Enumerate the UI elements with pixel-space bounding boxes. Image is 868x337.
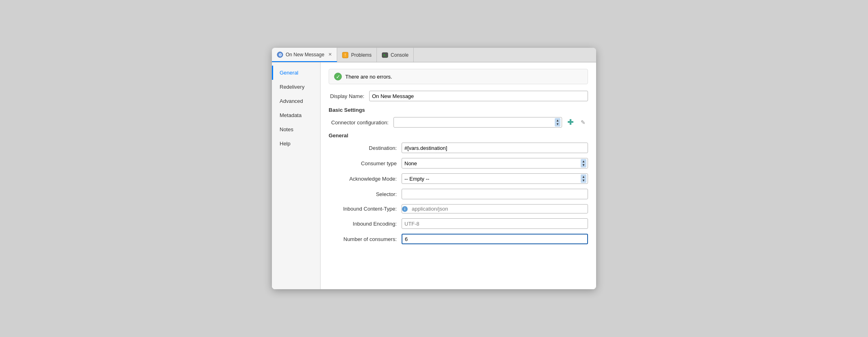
display-name-label: Display Name: <box>329 93 369 99</box>
main-layout: General Redelivery Advanced Metadata Not… <box>272 62 596 289</box>
add-connector-button[interactable]: ✚ <box>565 117 575 127</box>
num-consumers-row: Number of consumers: <box>329 234 588 244</box>
display-name-input[interactable] <box>369 91 588 101</box>
connector-config-select[interactable] <box>393 117 562 128</box>
consumer-type-label: Consumer type <box>329 160 402 166</box>
tab-close-button[interactable]: ✕ <box>328 52 332 57</box>
num-consumers-input[interactable] <box>402 234 588 244</box>
tab-problems[interactable]: ! Problems <box>337 48 377 62</box>
status-bar: ✓ There are no errors. <box>329 69 588 84</box>
consumer-type-select[interactable]: None Topic Queue <box>402 158 588 168</box>
problems-icon: ! <box>342 52 348 58</box>
connector-config-row: Connector configuration: ▲ ▼ ✚ <box>329 117 588 128</box>
sidebar-item-help[interactable]: Help <box>272 137 320 151</box>
svg-text:⚙: ⚙ <box>278 53 282 57</box>
sidebar: General Redelivery Advanced Metadata Not… <box>272 62 321 289</box>
inbound-encoding-row: Inbound Encoding: <box>329 218 588 229</box>
sidebar-item-metadata[interactable]: Metadata <box>272 108 320 122</box>
edit-icon: ✎ <box>581 119 586 126</box>
svg-text:!: ! <box>345 53 346 58</box>
destination-label: Destination: <box>329 145 402 151</box>
success-icon: ✓ <box>334 73 342 81</box>
content-area: ✓ There are no errors. Display Name: Bas… <box>321 62 596 289</box>
connector-config-select-wrapper: ▲ ▼ <box>393 117 562 128</box>
general-section-title: General <box>329 132 588 139</box>
tab-console-label: Console <box>391 52 408 58</box>
inbound-encoding-input[interactable] <box>402 218 588 229</box>
destination-row: Destination: <box>329 143 588 153</box>
sidebar-item-advanced[interactable]: Advanced <box>272 94 320 108</box>
selector-input[interactable] <box>402 189 588 199</box>
acknowledge-mode-label: Acknowledge Mode: <box>329 176 402 182</box>
selector-label: Selector: <box>329 191 402 197</box>
main-window: ⚙ On New Message ✕ ! Problems >_ Console… <box>272 48 596 289</box>
consumer-type-select-wrapper: None Topic Queue ▲ ▼ <box>402 158 588 168</box>
sidebar-item-notes[interactable]: Notes <box>272 122 320 137</box>
sidebar-item-redelivery[interactable]: Redelivery <box>272 80 320 94</box>
edit-connector-button[interactable]: ✎ <box>578 117 588 127</box>
svg-text:>_: >_ <box>383 53 387 57</box>
plus-icon: ✚ <box>567 118 573 127</box>
tab-bar: ⚙ On New Message ✕ ! Problems >_ Console <box>272 48 596 62</box>
destination-input[interactable] <box>402 143 588 153</box>
inbound-content-type-wrapper: i <box>402 204 588 213</box>
inbound-info-icon: i <box>402 206 408 212</box>
tab-problems-label: Problems <box>351 52 372 58</box>
acknowledge-mode-row: Acknowledge Mode: -- Empty -- AUTO MANUA… <box>329 173 588 184</box>
display-name-row: Display Name: <box>329 91 588 101</box>
inbound-encoding-label: Inbound Encoding: <box>329 221 402 227</box>
consumer-type-row: Consumer type None Topic Queue ▲ ▼ <box>329 158 588 168</box>
inbound-content-type-label: Inbound Content-Type: <box>329 206 402 212</box>
svg-text:✓: ✓ <box>336 74 340 80</box>
console-icon: >_ <box>382 52 388 58</box>
connector-config-label: Connector configuration: <box>329 119 393 126</box>
acknowledge-mode-select[interactable]: -- Empty -- AUTO MANUAL DUPS_OK SESSION_… <box>402 173 588 184</box>
flow-icon: ⚙ <box>277 51 283 58</box>
tab-console[interactable]: >_ Console <box>377 48 414 62</box>
inbound-content-type-row: Inbound Content-Type: i <box>329 204 588 213</box>
sidebar-item-general[interactable]: General <box>272 66 320 80</box>
tab-on-new-message[interactable]: ⚙ On New Message ✕ <box>272 48 337 62</box>
inbound-content-type-input[interactable] <box>409 205 588 213</box>
status-message: There are no errors. <box>345 74 392 80</box>
selector-row: Selector: <box>329 189 588 199</box>
num-consumers-label: Number of consumers: <box>329 236 402 242</box>
basic-settings-title: Basic Settings <box>329 107 588 113</box>
acknowledge-mode-select-wrapper: -- Empty -- AUTO MANUAL DUPS_OK SESSION_… <box>402 173 588 184</box>
tab-on-new-message-label: On New Message <box>286 52 324 58</box>
